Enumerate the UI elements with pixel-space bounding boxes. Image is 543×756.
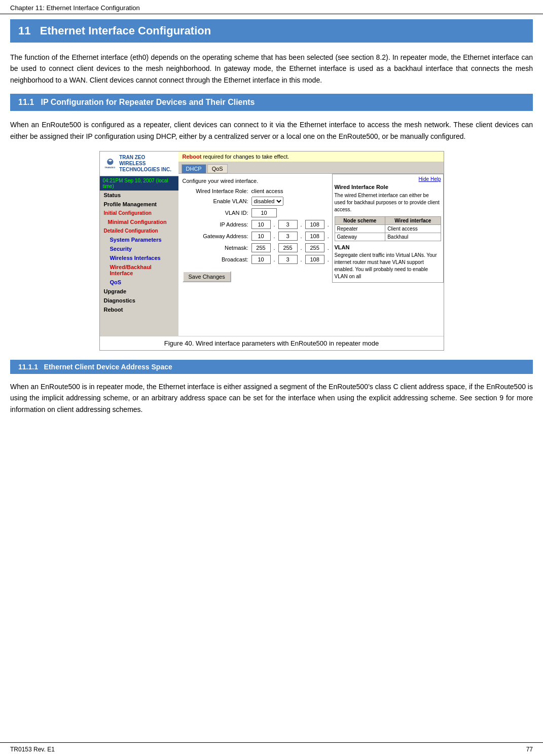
page-footer: TR0153 Rev. E1 77: [0, 742, 543, 756]
help-vlan-text: Segregate client traffic into Virtual LA…: [335, 252, 441, 280]
section-11-1-1-title: Ethernet Client Device Address Space: [44, 363, 172, 371]
screenshot-tabs: DHCP QoS: [178, 162, 444, 174]
sidebar-nav-initial-config[interactable]: Initial Configuration: [100, 209, 178, 217]
tab-dhcp[interactable]: DHCP: [182, 164, 206, 173]
broadcast-octet-1[interactable]: [251, 255, 271, 264]
section-11-1-heading: 11.1 IP Configuration for Repeater Devic…: [10, 94, 533, 111]
screenshot-content: Configure your wired interface. Wired In…: [178, 174, 444, 336]
save-changes-button[interactable]: Save Changes: [183, 271, 231, 282]
table-cell-gateway: Gateway: [335, 233, 385, 241]
gateway-octet-2[interactable]: [278, 232, 298, 241]
chapter-heading: 11 Ethernet Interface Configuration: [10, 19, 533, 43]
screenshot-time: 04:21PM Sep 10, 2007 (local time): [100, 176, 178, 191]
figure-caption: Figure 40. Wired interface parameters wi…: [100, 336, 444, 350]
netmask-octet-1[interactable]: [251, 243, 271, 252]
help-table: Node scheme Wired interface Repeater Cli…: [335, 216, 441, 241]
table-cell-client-access: Client access: [385, 224, 441, 233]
gateway-octet-3[interactable]: [305, 232, 324, 241]
gateway-label: Gateway Address:: [183, 233, 248, 239]
section-11-1-number: 11.1: [18, 98, 34, 106]
sidebar-nav-reboot[interactable]: Reboot: [100, 305, 178, 314]
chapter-header-text: Chapter 11: Ethernet Interface Configura…: [10, 4, 140, 12]
section-11-1-1-body: When an EnRoute500 is in repeater mode, …: [10, 381, 533, 415]
wired-role-value: client access: [251, 188, 283, 194]
chapter-intro: The function of the Ethernet interface (…: [10, 52, 533, 86]
page-header: Chapter 11: Ethernet Interface Configura…: [0, 0, 543, 14]
sidebar-nav-wireless-interfaces[interactable]: Wireless Interfaces: [100, 253, 178, 262]
section-11-1-1-number: 11.1.1: [18, 363, 38, 371]
table-cell-repeater: Repeater: [335, 224, 385, 233]
table-row: Gateway Backhaul: [335, 233, 441, 241]
sidebar-nav-diagnostics[interactable]: Diagnostics: [100, 296, 178, 305]
ip-octet-2[interactable]: [278, 220, 298, 229]
chapter-number: 11: [18, 24, 30, 37]
help-panel: Hide Help Wired Interface Role The wired…: [332, 174, 444, 283]
help-table-header-1: Node scheme: [335, 216, 385, 224]
table-row: Repeater Client access: [335, 224, 441, 233]
enable-vlan-select[interactable]: disabled enabled: [251, 197, 283, 206]
sidebar-nav-system-params[interactable]: System Parameters: [100, 235, 178, 244]
figure-container: TRANZEO TRAN ZEOWIRELESS TECHNOLOGIES IN…: [99, 151, 444, 351]
footer-left: TR0153 Rev. E1: [10, 746, 55, 753]
ip-address-label: IP Address:: [183, 221, 248, 228]
sidebar-nav-wired-backhaul[interactable]: Wired/Backhaul Interface: [100, 262, 178, 278]
broadcast-label: Broadcast:: [183, 256, 248, 262]
logo-text: TRAN ZEOWIRELESS TECHNOLOGIES INC.: [119, 155, 174, 173]
reboot-text: required for changes to take effect.: [203, 154, 289, 160]
chapter-title: Ethernet Interface Configuration: [40, 24, 211, 37]
sidebar-nav-qos[interactable]: QoS: [100, 278, 178, 287]
sidebar-nav-security[interactable]: Security: [100, 244, 178, 253]
figure-inner: TRANZEO TRAN ZEOWIRELESS TECHNOLOGIES IN…: [100, 152, 444, 336]
screenshot-sidebar: TRANZEO TRAN ZEOWIRELESS TECHNOLOGIES IN…: [100, 152, 178, 336]
svg-text:TRANZEO: TRANZEO: [104, 166, 115, 169]
table-cell-backhaul: Backhaul: [385, 233, 441, 241]
gateway-octet-1[interactable]: [251, 232, 271, 241]
sidebar-nav-minimal-config[interactable]: Minimal Configuration: [100, 217, 178, 226]
vlan-id-label: VLAN ID:: [183, 210, 248, 216]
netmask-octet-3[interactable]: [305, 243, 324, 252]
help-panel-text: The wired Ethernet interface can either …: [335, 192, 441, 213]
screenshot-main: Reboot required for changes to take effe…: [178, 152, 444, 336]
help-table-header-2: Wired interface: [385, 216, 441, 224]
screenshot-logo: TRANZEO TRAN ZEOWIRELESS TECHNOLOGIES IN…: [100, 152, 178, 176]
section-11-1-body: When an EnRoute500 is configured as a re…: [10, 119, 533, 142]
sidebar-nav-detailed-config[interactable]: Detailed Configuration: [100, 226, 178, 235]
sidebar-nav-status[interactable]: Status: [100, 191, 178, 200]
ip-octet-1[interactable]: [251, 220, 271, 229]
tranzeo-logo-icon: TRANZEO: [104, 155, 117, 173]
section-11-1-1-heading: 11.1.1 Ethernet Client Device Address Sp…: [10, 360, 533, 374]
wired-role-label: Wired Interface Role:: [183, 188, 248, 194]
help-panel-title: Wired Interface Role: [335, 184, 441, 190]
ip-octet-3[interactable]: [305, 220, 324, 229]
broadcast-octet-2[interactable]: [278, 255, 298, 264]
screenshot-reboot-bar: Reboot required for changes to take effe…: [178, 152, 444, 162]
section-11-1-title: IP Configuration for Repeater Devices an…: [41, 98, 255, 106]
sidebar-nav: Status Profile Management Initial Config…: [100, 191, 178, 314]
tab-qos[interactable]: QoS: [207, 164, 228, 173]
broadcast-octet-3[interactable]: [305, 255, 324, 264]
vlan-id-input[interactable]: [251, 208, 277, 217]
enable-vlan-label: Enable VLAN:: [183, 198, 248, 204]
sidebar-nav-upgrade[interactable]: Upgrade: [100, 287, 178, 296]
netmask-label: Netmask:: [183, 245, 248, 251]
reboot-bold: Reboot: [183, 154, 202, 160]
sidebar-nav-profile[interactable]: Profile Management: [100, 200, 178, 209]
svg-point-0: [107, 159, 113, 165]
help-vlan-title: VLAN: [335, 244, 441, 250]
hide-help-link[interactable]: Hide Help: [335, 176, 441, 182]
footer-right: 77: [526, 746, 533, 753]
netmask-octet-2[interactable]: [278, 243, 298, 252]
